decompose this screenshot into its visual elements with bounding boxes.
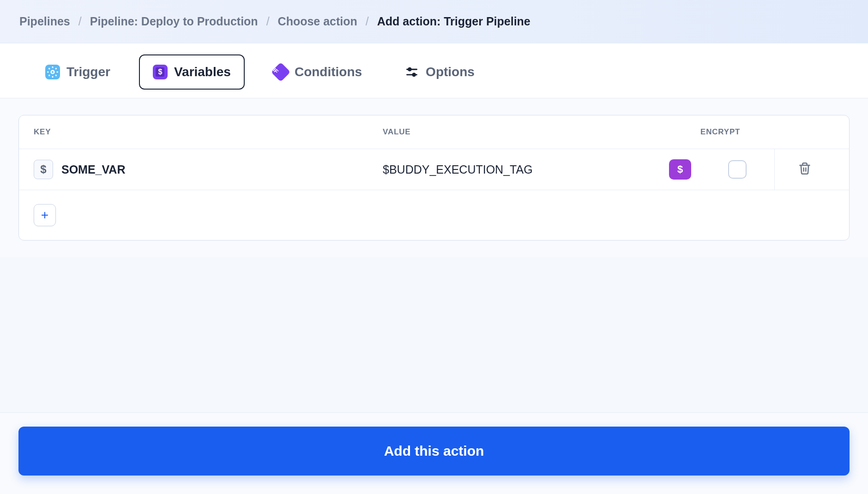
tab-variables[interactable]: $ Variables (139, 54, 245, 90)
content-area: KEY VALUE ENCRYPT $ SOME_VAR $BUDDY_EXEC… (0, 98, 868, 257)
column-header-key: KEY (34, 127, 383, 137)
breadcrumb-current: Add action: Trigger Pipeline (377, 15, 530, 28)
tab-label: Variables (174, 65, 231, 79)
svg-point-2 (409, 68, 411, 71)
breadcrumb: Pipelines / Pipeline: Deploy to Producti… (19, 15, 849, 28)
plus-icon: + (41, 208, 48, 223)
tab-conditions[interactable]: IF Conditions (259, 54, 376, 90)
footer: Add this action (0, 412, 868, 494)
encrypt-cell (700, 160, 774, 179)
column-header-encrypt: ENCRYPT (700, 127, 774, 137)
encrypt-checkbox[interactable] (728, 160, 747, 179)
breadcrumb-choose-action[interactable]: Choose action (278, 15, 357, 28)
variable-picker-button[interactable]: $ (669, 159, 691, 180)
tab-label: Trigger (66, 65, 110, 79)
svg-point-0 (51, 71, 54, 74)
dollar-icon: $ (34, 160, 53, 179)
table-row: $ SOME_VAR $BUDDY_EXECUTION_TAG $ (19, 149, 849, 190)
tab-trigger[interactable]: Trigger (31, 54, 124, 90)
trash-icon[interactable] (798, 162, 811, 177)
breadcrumb-separator: / (78, 15, 82, 28)
tab-options[interactable]: Options (391, 54, 488, 90)
svg-point-4 (413, 73, 416, 76)
table-header: KEY VALUE ENCRYPT (19, 115, 849, 149)
value-cell[interactable]: $BUDDY_EXECUTION_TAG $ (383, 159, 700, 180)
key-cell[interactable]: $ SOME_VAR (34, 160, 383, 179)
breadcrumb-pipeline-deploy[interactable]: Pipeline: Deploy to Production (90, 15, 258, 28)
tab-bar: Trigger $ Variables IF Conditions (0, 43, 868, 98)
variable-key: SOME_VAR (61, 163, 125, 176)
breadcrumb-separator: / (266, 15, 270, 28)
add-variable-button[interactable]: + (34, 204, 56, 226)
tab-label: Conditions (295, 65, 362, 79)
if-icon: IF (273, 65, 288, 79)
breadcrumb-pipelines[interactable]: Pipelines (19, 15, 70, 28)
delete-cell (774, 149, 834, 190)
add-action-button[interactable]: Add this action (18, 427, 850, 476)
gear-icon (45, 65, 60, 79)
column-header-delete (774, 127, 834, 137)
table-footer: + (19, 190, 849, 240)
tab-label: Options (426, 65, 475, 79)
column-header-value: VALUE (383, 127, 700, 137)
sliders-icon (404, 65, 419, 79)
breadcrumb-bar: Pipelines / Pipeline: Deploy to Producti… (0, 0, 868, 43)
variables-table: KEY VALUE ENCRYPT $ SOME_VAR $BUDDY_EXEC… (18, 115, 850, 241)
dollar-icon: $ (153, 65, 168, 79)
variable-value: $BUDDY_EXECUTION_TAG (383, 163, 661, 176)
breadcrumb-separator: / (366, 15, 369, 28)
